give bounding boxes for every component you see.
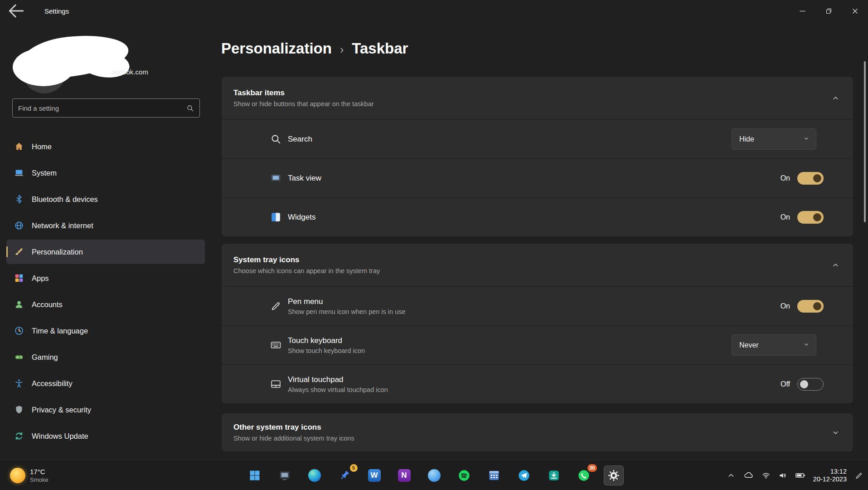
- sidebar-item-home[interactable]: Home: [6, 134, 205, 159]
- search-visibility-dropdown[interactable]: Hide: [732, 128, 816, 150]
- word-button[interactable]: W: [364, 466, 384, 485]
- setting-row-virtual-touchpad: Virtual touchpad Always show virtual tou…: [222, 364, 853, 403]
- weather-widget[interactable]: 17°C Smoke: [5, 460, 53, 490]
- edge-browser-button[interactable]: [305, 466, 325, 485]
- settings-app-button[interactable]: [604, 466, 624, 485]
- sidebar-item-accounts[interactable]: Accounts: [6, 292, 205, 317]
- pen-tray-icon[interactable]: [854, 471, 863, 480]
- virtual-touchpad-toggle[interactable]: [797, 378, 824, 391]
- redaction-blob: [13, 48, 74, 86]
- row-label: Touch keyboard: [288, 336, 365, 345]
- sidebar-item-label: Home: [32, 142, 52, 151]
- start-button[interactable]: [245, 466, 265, 485]
- accessibility-icon: [14, 378, 24, 389]
- whatsapp-button[interactable]: 30: [574, 466, 594, 485]
- sidebar-item-label: Windows Update: [32, 432, 88, 441]
- notification-badge: 5: [350, 464, 358, 472]
- spotify-button[interactable]: [454, 466, 474, 485]
- scrollbar[interactable]: [864, 61, 866, 222]
- pinned-app-button[interactable]: 5: [335, 466, 354, 485]
- sidebar-item-network-internet[interactable]: Network & internet: [6, 213, 205, 238]
- sidebar-item-label: Bluetooth & devices: [32, 195, 98, 204]
- window-title: Settings: [44, 7, 69, 15]
- toggle-state-label: On: [781, 174, 790, 182]
- breadcrumb-separator-icon: ›: [340, 43, 344, 56]
- system-tray-card: System tray icons Choose which icons can…: [221, 243, 853, 404]
- virtual-touchpad-icon: [270, 378, 281, 390]
- sidebar-item-bluetooth-devices[interactable]: Bluetooth & devices: [6, 187, 205, 211]
- minimize-button[interactable]: [789, 0, 815, 22]
- search-icon: [270, 133, 281, 145]
- widgets-toggle[interactable]: [797, 211, 824, 224]
- volume-icon[interactable]: [778, 471, 787, 480]
- pen-menu-toggle[interactable]: [797, 300, 824, 313]
- sidebar-item-privacy-security[interactable]: Privacy & security: [6, 397, 205, 422]
- sidebar-item-personalization[interactable]: Personalization: [6, 240, 205, 264]
- taskbar-items-expander[interactable]: Taskbar items Show or hide buttons that …: [222, 77, 853, 119]
- system-tray: 13:12 20-12-2023: [727, 460, 863, 490]
- onenote-button[interactable]: N: [394, 466, 414, 485]
- person-icon: [14, 299, 24, 310]
- onedrive-cloud-icon[interactable]: [743, 470, 754, 480]
- back-button[interactable]: [6, 2, 26, 20]
- search-input[interactable]: [18, 104, 186, 112]
- blue-circle-app-button[interactable]: [424, 466, 444, 485]
- close-button[interactable]: [842, 0, 868, 22]
- window-controls: [789, 0, 868, 22]
- toggle-knob: [800, 380, 808, 388]
- task-view-icon: [270, 172, 281, 184]
- taskbar-apps: 5 W N 30: [245, 460, 624, 490]
- sidebar-item-apps[interactable]: Apps: [6, 266, 205, 290]
- search-icon: [186, 104, 194, 112]
- telegram-button[interactable]: [514, 466, 534, 485]
- sidebar-item-label: Accounts: [32, 300, 63, 309]
- wifi-icon[interactable]: [761, 471, 771, 480]
- settings-search-box[interactable]: [12, 98, 200, 118]
- whatsapp-icon: [577, 469, 590, 482]
- row-description: Show touch keyboard icon: [288, 347, 365, 354]
- sidebar-item-label: Apps: [32, 274, 49, 283]
- download-icon: [548, 469, 560, 482]
- sidebar-item-label: Accessibility: [32, 379, 73, 388]
- clock-icon: [14, 325, 24, 336]
- section-subtitle: Choose which icons can appear in the sys…: [233, 267, 380, 274]
- installer-app-button[interactable]: [544, 466, 564, 485]
- brush-icon: [14, 246, 24, 257]
- account-email: outlook.com: [112, 68, 148, 76]
- touch-keyboard-dropdown[interactable]: Never: [732, 334, 816, 356]
- toggle-state-label: On: [781, 302, 790, 310]
- row-label: Pen menu: [288, 297, 406, 306]
- sidebar-item-accessibility[interactable]: Accessibility: [6, 371, 205, 396]
- sidebar-item-gaming[interactable]: Gaming: [6, 345, 205, 369]
- breadcrumb-parent[interactable]: Personalization: [221, 40, 332, 57]
- battery-icon[interactable]: [795, 470, 805, 480]
- restore-button[interactable]: [815, 0, 842, 22]
- taskbar-items-card: Taskbar items Show or hide buttons that …: [221, 76, 853, 237]
- onenote-icon: N: [398, 469, 411, 482]
- hidden-icons-chevron[interactable]: [727, 471, 736, 480]
- sidebar-item-time-language[interactable]: Time & language: [6, 318, 205, 343]
- system-tray-expander[interactable]: System tray icons Choose which icons can…: [222, 244, 853, 286]
- chevron-down-icon: [803, 135, 810, 143]
- task-view-toggle[interactable]: [797, 172, 824, 185]
- row-label: Search: [288, 135, 312, 144]
- page-title: Taskbar: [352, 40, 408, 57]
- telegram-icon: [518, 469, 530, 482]
- sidebar-item-windows-update[interactable]: Windows Update: [6, 424, 205, 448]
- calendar-app-button[interactable]: [484, 466, 504, 485]
- edge-icon: [308, 469, 321, 482]
- account-card[interactable]: outlook.com: [11, 31, 201, 94]
- windows-taskbar: 17°C Smoke 5 W N: [0, 460, 868, 490]
- sidebar-item-label: Time & language: [32, 327, 88, 335]
- sidebar-item-label: System: [32, 169, 57, 177]
- sun-icon: [10, 468, 25, 483]
- gamepad-icon: [14, 352, 24, 363]
- sidebar-nav: Home System Bluetooth & devices Network …: [6, 134, 205, 450]
- widgets-icon: [270, 211, 281, 223]
- task-view-button[interactable]: [275, 466, 295, 485]
- other-tray-expander[interactable]: Other system tray icons Show or hide add…: [222, 413, 853, 451]
- clock[interactable]: 13:12 20-12-2023: [813, 468, 847, 483]
- sidebar-item-system[interactable]: System: [6, 161, 205, 185]
- sidebar-item-label: Gaming: [32, 353, 58, 362]
- bluetooth-icon: [14, 194, 24, 205]
